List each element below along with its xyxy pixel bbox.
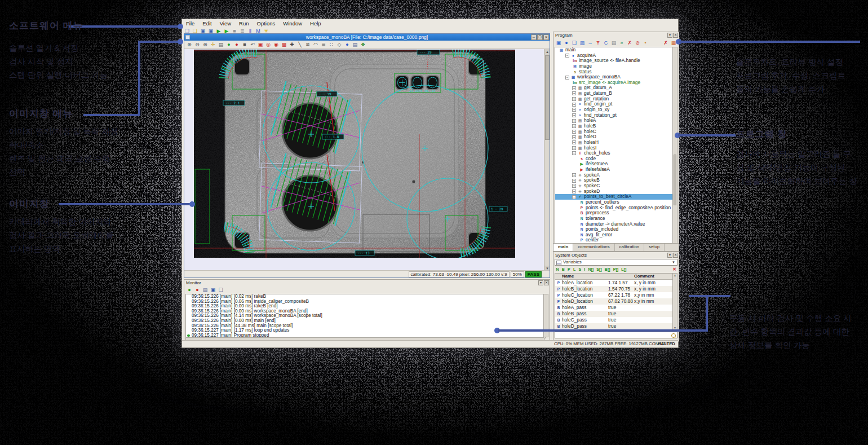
tree-item[interactable]: ▣main	[555, 47, 673, 53]
variable-search-input[interactable]	[555, 332, 677, 338]
live-icon[interactable]: ●	[225, 41, 232, 48]
log-save-icon[interactable]: ▣	[210, 287, 216, 293]
record-icon[interactable]: ●	[233, 41, 240, 48]
inspection-image[interactable]: 24.1975 40.714 ··· 29 ··· 19 ··· 2.1	[194, 50, 515, 258]
layers-icon[interactable]: ▤	[352, 41, 358, 48]
type-filter-N[interactable]: N	[555, 267, 560, 271]
expander-icon[interactable]: +	[572, 173, 576, 177]
subroutine-icon[interactable]: ❏	[571, 39, 578, 46]
type-filter-P-array[interactable]: P[]	[612, 267, 620, 271]
undo-icon[interactable]: ↶	[249, 41, 256, 48]
tree-item[interactable]: Bpreprocess	[555, 210, 673, 216]
object-type-select[interactable]: Variables ▼	[555, 259, 677, 266]
tool-point-icon[interactable]: ✚	[289, 41, 295, 48]
loop-step-icon[interactable]: C	[603, 39, 609, 46]
freeze-icon[interactable]: ■	[241, 41, 248, 48]
tree-item[interactable]: +✳spokeA	[555, 173, 673, 178]
cut-step-icon[interactable]: ✗	[626, 39, 633, 46]
type-filter-S[interactable]: S	[577, 267, 583, 271]
menu-options[interactable]: Options	[253, 20, 280, 27]
panel-close-icon[interactable]: ✕	[544, 280, 549, 285]
expander-icon[interactable]: +	[572, 119, 576, 123]
program-tree[interactable]: ▣main−●acquireAImimage_source <- fileA.h…	[555, 47, 674, 244]
comment-step-icon[interactable]: ▤	[610, 39, 617, 46]
snapshot-icon[interactable]: ▤	[218, 41, 224, 48]
tree-item[interactable]: +▤get_datum_A	[555, 85, 673, 91]
log-start-icon[interactable]: ●	[186, 287, 193, 293]
zoom-in-icon[interactable]: ⊕	[186, 41, 193, 48]
readings-list-icon[interactable]: ≣	[320, 41, 327, 48]
goto-step-icon[interactable]: →	[587, 39, 594, 46]
menu-edit[interactable]: Edit	[198, 20, 215, 27]
table-row[interactable]: PholeD_location67.02 70.88x,y in mm	[555, 298, 673, 305]
expander-icon[interactable]: +	[572, 124, 576, 128]
tool-line-icon[interactable]: ╲	[296, 41, 303, 48]
expander-icon[interactable]: −	[565, 76, 569, 80]
table-row[interactable]: BholeC_passtrue	[555, 317, 673, 323]
branch-step-icon[interactable]: Ŧ	[595, 39, 601, 46]
tree-item[interactable]: scode	[555, 156, 673, 162]
zoom-fit-icon[interactable]: ⊛	[202, 41, 209, 48]
expander-icon[interactable]: −	[572, 151, 576, 155]
close-button[interactable]: ✕	[543, 34, 549, 40]
tree-item[interactable]: Imsrc_image <- acquireA.image	[555, 80, 673, 86]
menu-view[interactable]: View	[216, 20, 235, 27]
monitor-log[interactable]: 09:36:15.226 [main] [0.02 ms] rakeB09:36…	[185, 294, 546, 338]
image-viewport[interactable]: 24.1975 40.714 ··· 29 ··· 19 ··· 2.1	[184, 49, 550, 271]
grid-icon[interactable]: ∷	[328, 41, 335, 48]
table-row[interactable]: BholeA_passtrue	[555, 305, 673, 311]
tree-item[interactable]: Imimage_source <- fileA.handle	[555, 58, 673, 64]
tool-rect-icon[interactable]: ▣	[257, 41, 264, 48]
panel-collapse-icon[interactable]: ▾	[667, 253, 672, 258]
type-filter-I[interactable]: I	[583, 267, 587, 271]
breakpoint-icon[interactable]: •	[642, 39, 649, 46]
expander-icon[interactable]: +	[572, 140, 576, 144]
menu-run[interactable]: Run	[235, 20, 253, 27]
pan-icon[interactable]: ✛	[210, 41, 216, 48]
tree-item[interactable]: Ppoints <- find_edge_compositeA.position	[555, 205, 673, 211]
tree-item[interactable]: +▤holesH	[555, 140, 673, 146]
tool-polygon-icon[interactable]: ▩	[281, 41, 287, 48]
table-row[interactable]: PholeC_location67.22 1.78x,y in mm	[555, 292, 673, 298]
expander-icon[interactable]: +	[572, 179, 576, 183]
menu-file[interactable]: File	[182, 20, 198, 27]
variables-table[interactable]: Name Comment PholeA_location1.74 1.57x, …	[555, 273, 674, 330]
window-step-icon[interactable]: ▨	[579, 39, 586, 46]
scroll-up-icon[interactable]: ▲	[544, 49, 550, 55]
tree-item[interactable]: Npoints_included	[555, 227, 673, 232]
shapes-icon[interactable]: ◇	[336, 41, 343, 48]
tab-setup[interactable]: setup	[644, 244, 665, 251]
tree-item[interactable]: +▤holesI	[555, 146, 673, 151]
tree-item[interactable]: +▤holeA	[555, 118, 673, 124]
type-filter-S-array[interactable]: S[]	[595, 267, 604, 271]
variables-scrollbar[interactable]: ▲ ▼	[672, 273, 677, 330]
type-filter-B-array[interactable]: B[]	[603, 267, 612, 271]
expander-icon[interactable]: +	[572, 103, 576, 107]
expander-icon[interactable]: +	[572, 190, 576, 193]
expander-icon[interactable]: +	[572, 130, 576, 134]
disable-step-icon[interactable]: ⊘	[634, 39, 641, 46]
minimize-button[interactable]: ─	[531, 34, 537, 40]
panel-close-icon[interactable]: ✕	[673, 33, 678, 38]
new-step-icon[interactable]: ▣	[555, 39, 562, 46]
tree-item[interactable]: −Ŧcheck_holes	[555, 151, 673, 156]
table-row[interactable]: BholeD_passtrue	[555, 323, 673, 329]
expander-icon[interactable]: +	[572, 97, 576, 101]
tree-item[interactable]: Mimage	[555, 64, 673, 69]
expander-icon[interactable]: +	[572, 146, 576, 150]
program-tree-scrollbar[interactable]	[672, 47, 677, 244]
tree-item[interactable]: +▤holeB	[555, 124, 673, 129]
expander-icon[interactable]: −	[572, 195, 576, 199]
table-row[interactable]: PholeB_location1.54 70.75x, y in mm	[555, 286, 673, 292]
type-filter-N-array[interactable]: N[]	[587, 267, 595, 271]
capture-step-icon[interactable]: ●	[563, 39, 570, 46]
expander-icon[interactable]: −	[565, 54, 569, 58]
tool-polyline-icon[interactable]: ≋	[304, 41, 311, 48]
type-filter-B[interactable]: B	[560, 267, 566, 271]
tab-calibration[interactable]: calibration	[615, 244, 645, 251]
tree-item[interactable]: Pcenter	[555, 237, 673, 243]
expander-icon[interactable]: +	[572, 108, 576, 112]
tool-arc-icon[interactable]: ◠	[312, 41, 319, 48]
panel-collapse-icon[interactable]: ▾	[538, 280, 543, 285]
zoom-out-icon[interactable]: ⊖	[194, 41, 201, 48]
